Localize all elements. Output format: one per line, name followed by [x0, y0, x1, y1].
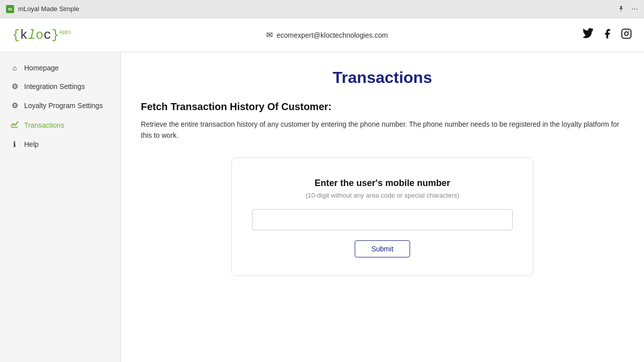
sidebar-item-integration-settings[interactable]: ⚙ Integration Settings — [0, 77, 120, 96]
sidebar-item-homepage[interactable]: ⌂ Homepage — [0, 58, 120, 77]
home-icon: ⌂ — [10, 63, 19, 72]
gear-icon-loyalty: ⚙ — [10, 101, 19, 110]
app-header: {kloc}Apps ✉ ecomexpert@kloctechnologies… — [0, 18, 644, 52]
logo-l: l — [28, 28, 36, 43]
section-title: Fetch Transaction History Of Customer: — [141, 101, 624, 113]
tab-title: mLoyal Made Simple — [18, 5, 79, 13]
more-icon[interactable]: ··· — [631, 5, 638, 14]
logo-o: o — [36, 28, 44, 43]
sidebar-label-integration-settings: Integration Settings — [24, 82, 85, 90]
sidebar-label-homepage: Homepage — [24, 64, 59, 72]
sidebar-label-transactions: Transactions — [24, 121, 64, 129]
gear-icon-integration: ⚙ — [10, 82, 19, 91]
logo-c: c — [43, 28, 51, 43]
logo-apps: Apps — [59, 30, 71, 35]
instagram-icon[interactable] — [621, 28, 632, 42]
sidebar: ⌂ Homepage ⚙ Integration Settings ⚙ Loya… — [0, 52, 121, 362]
logo-open-brace: { — [12, 28, 20, 43]
sidebar-label-help: Help — [24, 140, 39, 148]
main-content: Transactions Fetch Transaction History O… — [121, 52, 644, 362]
logo-k: k — [20, 28, 28, 43]
twitter-icon[interactable] — [583, 28, 594, 42]
app-body: ⌂ Homepage ⚙ Integration Settings ⚙ Loya… — [0, 52, 644, 362]
mobile-number-input[interactable] — [252, 209, 513, 230]
mobile-number-card: Enter the user's mobile number (10-digit… — [231, 157, 533, 276]
pin-icon[interactable]: 🖈 — [617, 5, 625, 14]
header-email: ✉ ecomexpert@kloctechnologies.com — [266, 30, 388, 40]
email-address: ecomexpert@kloctechnologies.com — [277, 31, 388, 39]
tab-favicon: m — [6, 5, 14, 13]
sidebar-label-loyalty: Loyalty Program Settings — [24, 102, 103, 110]
sidebar-item-help[interactable]: ℹ Help — [0, 135, 120, 154]
section-desc: Retrieve the entire transaction history … — [141, 119, 624, 141]
page-title: Transactions — [141, 68, 624, 87]
browser-bar: m mLoyal Made Simple 🖈 ··· — [0, 0, 644, 18]
email-icon: ✉ — [266, 30, 273, 40]
sidebar-item-transactions[interactable]: Transactions — [0, 115, 120, 135]
browser-tab: m mLoyal Made Simple — [6, 5, 79, 13]
chart-icon — [10, 120, 19, 130]
info-icon: ℹ — [10, 140, 19, 149]
logo-close-brace: } — [51, 28, 59, 43]
card-title: Enter the user's mobile number — [314, 178, 450, 189]
logo: {kloc}Apps — [12, 28, 71, 43]
social-icons — [583, 28, 632, 42]
submit-button[interactable]: Submit — [355, 240, 410, 257]
facebook-icon[interactable] — [602, 28, 613, 42]
card-subtitle: (10-digit without any area code or speci… — [305, 192, 459, 199]
browser-actions: 🖈 ··· — [617, 5, 638, 14]
sidebar-item-loyalty-program-settings[interactable]: ⚙ Loyalty Program Settings — [0, 96, 120, 115]
svg-rect-0 — [622, 29, 631, 38]
